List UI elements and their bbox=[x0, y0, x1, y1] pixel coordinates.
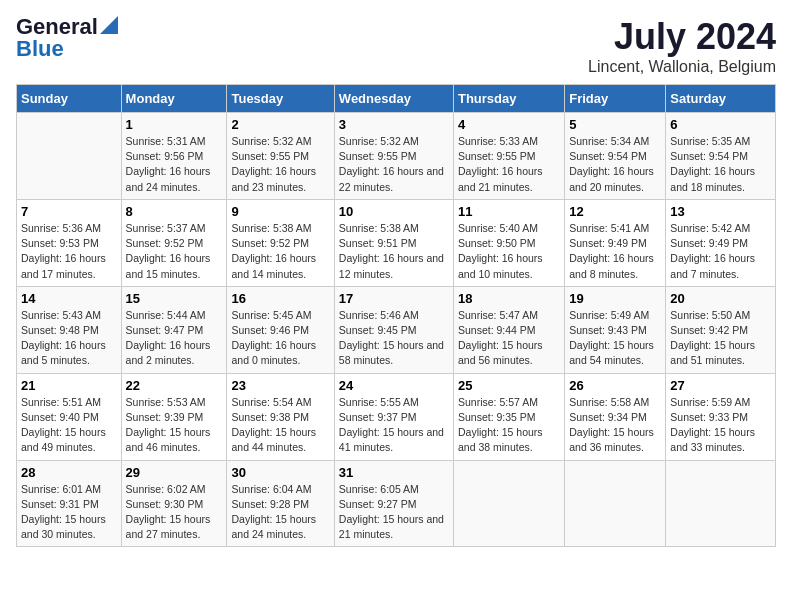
day-number: 21 bbox=[21, 378, 117, 393]
day-cell: 10Sunrise: 5:38 AM Sunset: 9:51 PM Dayli… bbox=[334, 199, 453, 286]
day-info: Sunrise: 5:32 AM Sunset: 9:55 PM Dayligh… bbox=[231, 134, 329, 195]
day-cell: 22Sunrise: 5:53 AM Sunset: 9:39 PM Dayli… bbox=[121, 373, 227, 460]
main-title: July 2024 bbox=[588, 16, 776, 58]
day-number: 25 bbox=[458, 378, 560, 393]
day-cell: 24Sunrise: 5:55 AM Sunset: 9:37 PM Dayli… bbox=[334, 373, 453, 460]
day-info: Sunrise: 5:43 AM Sunset: 9:48 PM Dayligh… bbox=[21, 308, 117, 369]
day-number: 10 bbox=[339, 204, 449, 219]
day-number: 20 bbox=[670, 291, 771, 306]
day-cell: 21Sunrise: 5:51 AM Sunset: 9:40 PM Dayli… bbox=[17, 373, 122, 460]
day-info: Sunrise: 5:51 AM Sunset: 9:40 PM Dayligh… bbox=[21, 395, 117, 456]
week-row-4: 21Sunrise: 5:51 AM Sunset: 9:40 PM Dayli… bbox=[17, 373, 776, 460]
day-cell: 7Sunrise: 5:36 AM Sunset: 9:53 PM Daylig… bbox=[17, 199, 122, 286]
day-cell: 3Sunrise: 5:32 AM Sunset: 9:55 PM Daylig… bbox=[334, 113, 453, 200]
day-number: 9 bbox=[231, 204, 329, 219]
day-info: Sunrise: 5:44 AM Sunset: 9:47 PM Dayligh… bbox=[126, 308, 223, 369]
day-cell: 14Sunrise: 5:43 AM Sunset: 9:48 PM Dayli… bbox=[17, 286, 122, 373]
day-number: 18 bbox=[458, 291, 560, 306]
day-number: 22 bbox=[126, 378, 223, 393]
day-info: Sunrise: 5:50 AM Sunset: 9:42 PM Dayligh… bbox=[670, 308, 771, 369]
day-info: Sunrise: 5:46 AM Sunset: 9:45 PM Dayligh… bbox=[339, 308, 449, 369]
day-cell bbox=[565, 460, 666, 547]
day-info: Sunrise: 5:41 AM Sunset: 9:49 PM Dayligh… bbox=[569, 221, 661, 282]
header-day-monday: Monday bbox=[121, 85, 227, 113]
day-number: 6 bbox=[670, 117, 771, 132]
header-day-friday: Friday bbox=[565, 85, 666, 113]
header-row: SundayMondayTuesdayWednesdayThursdayFrid… bbox=[17, 85, 776, 113]
day-number: 31 bbox=[339, 465, 449, 480]
day-number: 2 bbox=[231, 117, 329, 132]
day-info: Sunrise: 6:05 AM Sunset: 9:27 PM Dayligh… bbox=[339, 482, 449, 543]
day-info: Sunrise: 6:01 AM Sunset: 9:31 PM Dayligh… bbox=[21, 482, 117, 543]
day-cell: 26Sunrise: 5:58 AM Sunset: 9:34 PM Dayli… bbox=[565, 373, 666, 460]
day-number: 5 bbox=[569, 117, 661, 132]
day-info: Sunrise: 5:31 AM Sunset: 9:56 PM Dayligh… bbox=[126, 134, 223, 195]
day-info: Sunrise: 5:37 AM Sunset: 9:52 PM Dayligh… bbox=[126, 221, 223, 282]
day-cell bbox=[17, 113, 122, 200]
day-number: 1 bbox=[126, 117, 223, 132]
day-number: 4 bbox=[458, 117, 560, 132]
day-cell bbox=[453, 460, 564, 547]
day-number: 12 bbox=[569, 204, 661, 219]
logo-general: General bbox=[16, 16, 98, 38]
day-info: Sunrise: 5:47 AM Sunset: 9:44 PM Dayligh… bbox=[458, 308, 560, 369]
day-info: Sunrise: 5:34 AM Sunset: 9:54 PM Dayligh… bbox=[569, 134, 661, 195]
day-cell: 28Sunrise: 6:01 AM Sunset: 9:31 PM Dayli… bbox=[17, 460, 122, 547]
day-number: 29 bbox=[126, 465, 223, 480]
day-number: 8 bbox=[126, 204, 223, 219]
day-info: Sunrise: 6:04 AM Sunset: 9:28 PM Dayligh… bbox=[231, 482, 329, 543]
day-cell: 18Sunrise: 5:47 AM Sunset: 9:44 PM Dayli… bbox=[453, 286, 564, 373]
logo: General Blue bbox=[16, 16, 118, 60]
day-info: Sunrise: 5:59 AM Sunset: 9:33 PM Dayligh… bbox=[670, 395, 771, 456]
day-info: Sunrise: 5:38 AM Sunset: 9:52 PM Dayligh… bbox=[231, 221, 329, 282]
day-cell: 5Sunrise: 5:34 AM Sunset: 9:54 PM Daylig… bbox=[565, 113, 666, 200]
day-cell: 1Sunrise: 5:31 AM Sunset: 9:56 PM Daylig… bbox=[121, 113, 227, 200]
day-info: Sunrise: 5:49 AM Sunset: 9:43 PM Dayligh… bbox=[569, 308, 661, 369]
header-day-thursday: Thursday bbox=[453, 85, 564, 113]
day-info: Sunrise: 6:02 AM Sunset: 9:30 PM Dayligh… bbox=[126, 482, 223, 543]
header: General Blue July 2024 Lincent, Wallonia… bbox=[16, 16, 776, 76]
day-cell: 29Sunrise: 6:02 AM Sunset: 9:30 PM Dayli… bbox=[121, 460, 227, 547]
day-cell: 23Sunrise: 5:54 AM Sunset: 9:38 PM Dayli… bbox=[227, 373, 334, 460]
day-cell: 31Sunrise: 6:05 AM Sunset: 9:27 PM Dayli… bbox=[334, 460, 453, 547]
day-cell: 11Sunrise: 5:40 AM Sunset: 9:50 PM Dayli… bbox=[453, 199, 564, 286]
day-info: Sunrise: 5:32 AM Sunset: 9:55 PM Dayligh… bbox=[339, 134, 449, 195]
day-cell: 16Sunrise: 5:45 AM Sunset: 9:46 PM Dayli… bbox=[227, 286, 334, 373]
day-cell: 17Sunrise: 5:46 AM Sunset: 9:45 PM Dayli… bbox=[334, 286, 453, 373]
day-cell: 8Sunrise: 5:37 AM Sunset: 9:52 PM Daylig… bbox=[121, 199, 227, 286]
day-cell: 25Sunrise: 5:57 AM Sunset: 9:35 PM Dayli… bbox=[453, 373, 564, 460]
day-info: Sunrise: 5:36 AM Sunset: 9:53 PM Dayligh… bbox=[21, 221, 117, 282]
day-number: 26 bbox=[569, 378, 661, 393]
day-info: Sunrise: 5:42 AM Sunset: 9:49 PM Dayligh… bbox=[670, 221, 771, 282]
header-day-wednesday: Wednesday bbox=[334, 85, 453, 113]
logo-blue: Blue bbox=[16, 38, 64, 60]
day-number: 16 bbox=[231, 291, 329, 306]
day-number: 3 bbox=[339, 117, 449, 132]
day-info: Sunrise: 5:58 AM Sunset: 9:34 PM Dayligh… bbox=[569, 395, 661, 456]
day-number: 15 bbox=[126, 291, 223, 306]
day-cell: 4Sunrise: 5:33 AM Sunset: 9:55 PM Daylig… bbox=[453, 113, 564, 200]
day-number: 27 bbox=[670, 378, 771, 393]
header-day-tuesday: Tuesday bbox=[227, 85, 334, 113]
day-cell: 12Sunrise: 5:41 AM Sunset: 9:49 PM Dayli… bbox=[565, 199, 666, 286]
day-info: Sunrise: 5:57 AM Sunset: 9:35 PM Dayligh… bbox=[458, 395, 560, 456]
week-row-3: 14Sunrise: 5:43 AM Sunset: 9:48 PM Dayli… bbox=[17, 286, 776, 373]
day-info: Sunrise: 5:54 AM Sunset: 9:38 PM Dayligh… bbox=[231, 395, 329, 456]
logo-triangle-icon bbox=[100, 16, 118, 34]
calendar-table: SundayMondayTuesdayWednesdayThursdayFrid… bbox=[16, 84, 776, 547]
header-day-saturday: Saturday bbox=[666, 85, 776, 113]
day-info: Sunrise: 5:40 AM Sunset: 9:50 PM Dayligh… bbox=[458, 221, 560, 282]
day-number: 11 bbox=[458, 204, 560, 219]
day-cell: 6Sunrise: 5:35 AM Sunset: 9:54 PM Daylig… bbox=[666, 113, 776, 200]
day-cell: 13Sunrise: 5:42 AM Sunset: 9:49 PM Dayli… bbox=[666, 199, 776, 286]
day-cell: 9Sunrise: 5:38 AM Sunset: 9:52 PM Daylig… bbox=[227, 199, 334, 286]
week-row-1: 1Sunrise: 5:31 AM Sunset: 9:56 PM Daylig… bbox=[17, 113, 776, 200]
svg-marker-0 bbox=[100, 16, 118, 34]
week-row-5: 28Sunrise: 6:01 AM Sunset: 9:31 PM Dayli… bbox=[17, 460, 776, 547]
day-number: 24 bbox=[339, 378, 449, 393]
header-day-sunday: Sunday bbox=[17, 85, 122, 113]
day-number: 13 bbox=[670, 204, 771, 219]
day-cell: 15Sunrise: 5:44 AM Sunset: 9:47 PM Dayli… bbox=[121, 286, 227, 373]
day-number: 7 bbox=[21, 204, 117, 219]
day-number: 23 bbox=[231, 378, 329, 393]
